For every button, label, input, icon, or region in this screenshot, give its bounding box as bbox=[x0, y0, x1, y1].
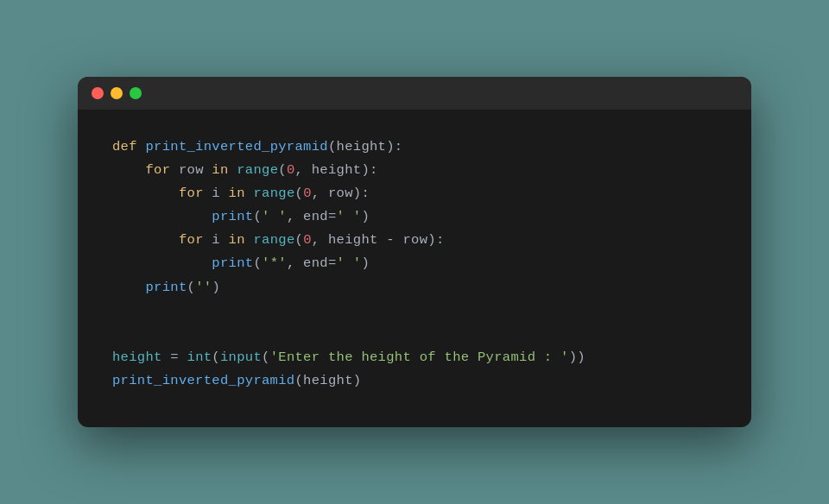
code-line-3: for i in range(0, row): bbox=[112, 182, 717, 205]
code-line-8: height = int(input('Enter the height of … bbox=[112, 346, 717, 369]
code-line-4: print(' ', end=' ') bbox=[112, 205, 717, 229]
blank-line-2 bbox=[112, 323, 717, 346]
code-window: def print_inverted_pyramid(height): for … bbox=[78, 77, 751, 427]
code-line-2: for row in range(0, height): bbox=[112, 159, 717, 182]
blank-line-1 bbox=[112, 299, 717, 323]
code-line-5: for i in range(0, height - row): bbox=[112, 229, 717, 252]
close-button[interactable] bbox=[92, 87, 104, 99]
minimize-button[interactable] bbox=[111, 87, 123, 99]
maximize-button[interactable] bbox=[130, 87, 142, 99]
code-editor: def print_inverted_pyramid(height): for … bbox=[78, 110, 751, 427]
code-line-6: print('*', end=' ') bbox=[112, 252, 717, 275]
titlebar bbox=[78, 77, 751, 110]
code-line-1: def print_inverted_pyramid(height): bbox=[112, 135, 717, 159]
code-line-9: print_inverted_pyramid(height) bbox=[112, 369, 717, 393]
code-line-7: print('') bbox=[112, 276, 717, 299]
